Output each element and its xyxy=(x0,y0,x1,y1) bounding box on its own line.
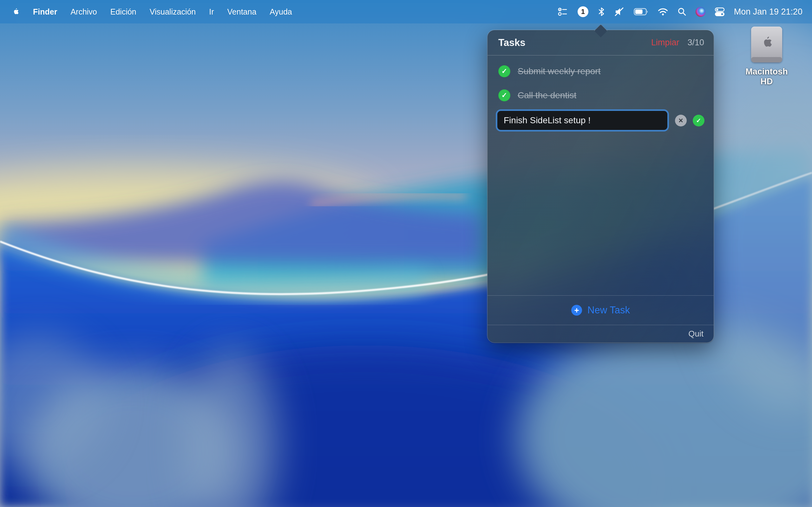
apple-logo-icon xyxy=(760,38,774,51)
hard-drive-icon xyxy=(751,26,782,62)
task-done-checkbox[interactable]: ✓ xyxy=(498,65,510,77)
clear-completed-button[interactable]: Limpiar xyxy=(651,38,679,48)
volume-label: Macintosh HD xyxy=(740,67,794,87)
drive-foot xyxy=(751,57,782,62)
menu-item-visualizacion[interactable]: Visualización xyxy=(150,7,196,16)
task-counter: 3/10 xyxy=(687,38,704,48)
task-label: Call the dentist xyxy=(518,90,576,101)
menu-bar-clock[interactable]: Mon Jan 19 21:20 xyxy=(734,7,803,17)
tasklist-menu-icon[interactable] xyxy=(558,5,568,18)
task-label: Submit weekly report xyxy=(518,66,600,76)
plus-icon: + xyxy=(571,305,582,316)
new-task-input[interactable] xyxy=(496,109,669,131)
menu-bar-status-area: 1 xyxy=(558,5,803,18)
control-center-icon[interactable] xyxy=(715,5,725,18)
cancel-task-button[interactable]: ✕ xyxy=(675,115,687,126)
new-task-button[interactable]: + New Task xyxy=(488,295,714,325)
tasks-popover-panel: Tasks Limpiar 3/10 ✓ Submit weekly repor… xyxy=(488,30,714,343)
menu-item-edicion[interactable]: Edición xyxy=(110,7,136,16)
spotlight-icon[interactable] xyxy=(677,5,687,18)
menu-bar: Finder Archivo Edición Visualización Ir … xyxy=(0,0,812,23)
task-list: ✓ Submit weekly report ✓ Call the dentis… xyxy=(488,55,714,131)
battery-icon[interactable] xyxy=(634,5,648,18)
siri-icon[interactable] xyxy=(696,5,705,18)
task-done-checkbox[interactable]: ✓ xyxy=(498,89,510,101)
apple-menu-icon[interactable] xyxy=(11,5,20,18)
bluetooth-icon[interactable] xyxy=(598,5,605,18)
menu-item-archivo[interactable]: Archivo xyxy=(70,7,97,16)
confirm-task-button[interactable]: ✓ xyxy=(693,115,705,126)
macintosh-hd-desktop-icon[interactable]: Macintosh HD xyxy=(740,26,794,87)
panel-footer: Quit xyxy=(488,325,714,343)
task-row: ✓ Call the dentist xyxy=(488,83,714,107)
wifi-icon[interactable] xyxy=(658,5,668,18)
panel-header-right: Limpiar 3/10 xyxy=(651,38,704,48)
task-count-badge[interactable]: 1 xyxy=(577,6,589,17)
new-task-input-row: ✕ ✓ xyxy=(496,109,705,131)
panel-title: Tasks xyxy=(498,37,525,49)
task-row: ✓ Submit weekly report xyxy=(488,59,714,83)
menu-item-ayuda[interactable]: Ayuda xyxy=(270,7,292,16)
menu-item-ventana[interactable]: Ventana xyxy=(227,7,257,16)
menu-bar-left: Finder Archivo Edición Visualización Ir … xyxy=(11,5,292,18)
volume-muted-icon[interactable] xyxy=(614,5,624,18)
menu-item-finder[interactable]: Finder xyxy=(33,7,57,16)
menu-item-ir[interactable]: Ir xyxy=(209,7,214,16)
quit-button[interactable]: Quit xyxy=(688,329,704,339)
new-task-label: New Task xyxy=(588,304,630,316)
